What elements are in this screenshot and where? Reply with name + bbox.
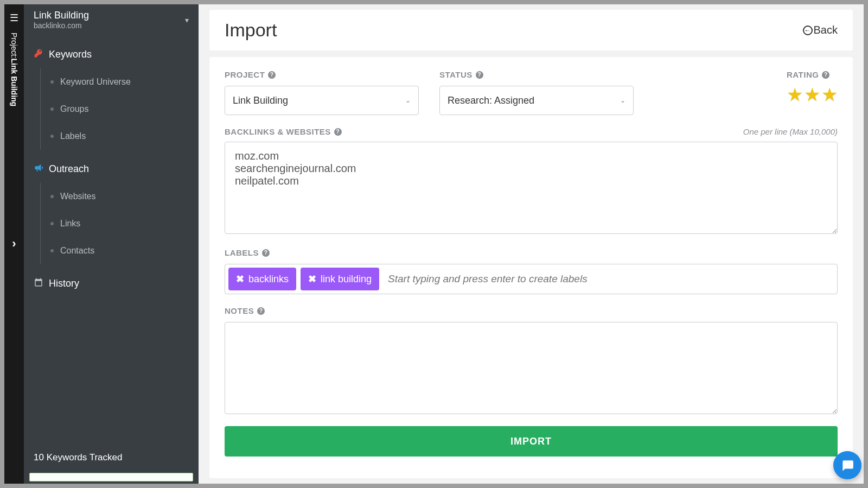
chat-fab[interactable] xyxy=(833,451,861,479)
nav-heading-keywords[interactable]: Keywords xyxy=(24,41,199,68)
back-button[interactable]: ← Back xyxy=(803,24,838,36)
rail-project-prefix: Project: xyxy=(10,33,18,58)
sidebar: Link Building backlinko.com ▾ Keywords K… xyxy=(24,4,199,484)
key-icon xyxy=(34,48,43,61)
field-labels: LABELS ? ✖ backlinks ✖ link building xyxy=(225,248,838,294)
nav-heading-keywords-label: Keywords xyxy=(49,49,92,60)
notes-label: NOTES ? xyxy=(225,306,838,315)
nav-item-label: Websites xyxy=(60,192,96,201)
labels-input[interactable] xyxy=(384,269,834,289)
remove-tag-icon[interactable]: ✖ xyxy=(236,273,244,285)
chevron-down-icon: ⌄ xyxy=(620,97,626,104)
tag-text: backlinks xyxy=(248,274,289,285)
help-icon[interactable]: ? xyxy=(822,71,829,79)
help-icon[interactable]: ? xyxy=(268,71,276,79)
bullhorn-icon xyxy=(34,163,43,175)
nav-keywords: Keywords Keyword Universe Groups Labels xyxy=(24,41,199,150)
field-notes: NOTES ? xyxy=(225,306,838,416)
bullet-icon xyxy=(50,135,54,138)
nav-heading-outreach[interactable]: Outreach xyxy=(24,155,199,183)
star-icon[interactable]: ★ xyxy=(787,84,803,105)
rating-label: RATING ? xyxy=(787,70,838,79)
label-text: BACKLINKS & WEBSITES xyxy=(225,127,331,136)
sidebar-title: Link Building xyxy=(34,10,89,21)
label-tag: ✖ backlinks xyxy=(228,268,296,290)
nav-heading-history-label: History xyxy=(49,278,79,289)
sidebar-footer: 10 Keywords Tracked xyxy=(24,442,199,473)
select-value: Link Building xyxy=(233,95,288,106)
import-form-card: PROJECT ? Link Building ⌄ STATUS ? Resea… xyxy=(209,57,853,478)
sidebar-header[interactable]: Link Building backlinko.com ▾ xyxy=(24,4,199,35)
label-tag: ✖ link building xyxy=(301,268,379,290)
arrow-left-icon: ← xyxy=(803,26,813,35)
expand-rail-icon[interactable]: › xyxy=(12,237,16,251)
nav-item-labels[interactable]: Labels xyxy=(41,123,199,150)
back-label: Back xyxy=(814,24,838,36)
nav-item-label: Labels xyxy=(60,131,86,141)
nav-item-websites[interactable]: Websites xyxy=(41,183,199,210)
nav-item-groups[interactable]: Groups xyxy=(41,96,199,123)
chevron-down-icon: ⌄ xyxy=(405,97,411,104)
rail-project-label: Project:Link Building xyxy=(10,33,18,106)
vertical-rail: ☰ Project:Link Building › xyxy=(4,4,24,484)
rating-stars[interactable]: ★ ★ ★ xyxy=(787,84,838,105)
sidebar-header-left: Link Building backlinko.com xyxy=(34,10,89,30)
status-label: STATUS ? xyxy=(439,70,634,79)
hamburger-icon[interactable]: ☰ xyxy=(10,12,18,24)
page-title: Import xyxy=(225,20,277,41)
import-button[interactable]: IMPORT xyxy=(225,426,838,457)
label-text: RATING xyxy=(787,70,819,79)
remove-tag-icon[interactable]: ✖ xyxy=(308,273,316,285)
nav-item-links[interactable]: Links xyxy=(41,210,199,237)
nav-heading-outreach-label: Outreach xyxy=(49,163,89,175)
rail-project-name: Link Building xyxy=(10,58,18,106)
backlinks-head: BACKLINKS & WEBSITES ? One per line (Max… xyxy=(225,127,838,136)
field-backlinks: BACKLINKS & WEBSITES ? One per line (Max… xyxy=(225,127,838,236)
labels-container[interactable]: ✖ backlinks ✖ link building xyxy=(225,264,838,294)
star-icon[interactable]: ★ xyxy=(821,84,838,105)
backlinks-textarea[interactable] xyxy=(225,142,838,234)
backlinks-label: BACKLINKS & WEBSITES ? xyxy=(225,127,342,136)
bullet-icon xyxy=(50,222,54,225)
nav-keywords-children: Keyword Universe Groups Labels xyxy=(40,68,199,150)
help-icon[interactable]: ? xyxy=(334,128,342,136)
backlinks-hint: One per line (Max 10,000) xyxy=(743,127,838,136)
chevron-down-icon[interactable]: ▾ xyxy=(185,16,189,24)
label-text: STATUS xyxy=(439,70,473,79)
nav-outreach-children: Websites Links Contacts xyxy=(40,183,199,264)
app-root: ☰ Project:Link Building › Link Building … xyxy=(4,4,864,484)
bullet-icon xyxy=(50,249,54,252)
nav-heading-history[interactable]: History xyxy=(24,270,199,297)
help-icon[interactable]: ? xyxy=(262,249,270,257)
help-icon[interactable]: ? xyxy=(257,307,265,315)
bullet-icon xyxy=(50,195,54,198)
project-label: PROJECT ? xyxy=(225,70,419,79)
field-rating: RATING ? ★ ★ ★ xyxy=(787,70,838,115)
bullet-icon xyxy=(50,80,54,84)
nav-item-label: Contacts xyxy=(60,246,94,256)
status-select[interactable]: Research: Assigned ⌄ xyxy=(439,86,634,115)
project-select[interactable]: Link Building ⌄ xyxy=(225,86,419,115)
calendar-icon xyxy=(34,277,43,290)
label-text: PROJECT xyxy=(225,70,265,79)
notes-textarea[interactable] xyxy=(225,322,838,414)
tag-text: link building xyxy=(321,274,372,285)
nav-item-label: Keyword Universe xyxy=(60,77,131,87)
field-status: STATUS ? Research: Assigned ⌄ xyxy=(439,70,634,115)
nav-item-keyword-universe[interactable]: Keyword Universe xyxy=(41,68,199,96)
main: Import ← Back PROJECT ? Link Building ⌄ xyxy=(199,4,864,484)
label-text: NOTES xyxy=(225,306,254,315)
nav-history: History xyxy=(24,270,199,297)
star-icon[interactable]: ★ xyxy=(804,84,820,105)
nav-item-contacts[interactable]: Contacts xyxy=(41,237,199,264)
label-text: LABELS xyxy=(225,248,259,257)
keywords-usage-bar xyxy=(29,473,193,481)
labels-label: LABELS ? xyxy=(225,248,838,257)
select-value: Research: Assigned xyxy=(448,95,534,106)
chat-icon xyxy=(840,458,854,472)
field-project: PROJECT ? Link Building ⌄ xyxy=(225,70,419,115)
sidebar-subtitle: backlinko.com xyxy=(34,21,89,30)
help-icon[interactable]: ? xyxy=(476,71,483,79)
main-header: Import ← Back xyxy=(209,10,853,50)
top-row: PROJECT ? Link Building ⌄ STATUS ? Resea… xyxy=(225,70,838,115)
